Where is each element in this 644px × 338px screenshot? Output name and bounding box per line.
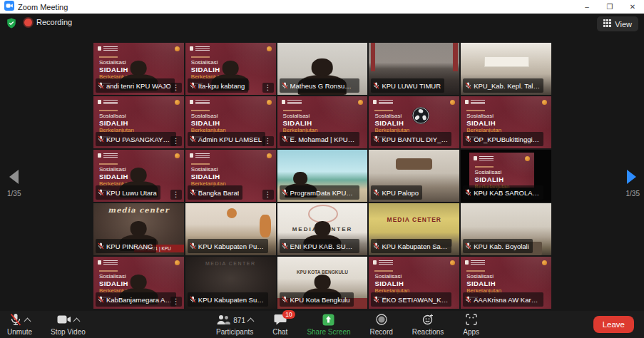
participant-name-tag: KPU Kota Bengkulu [280,292,354,307]
participant-tile[interactable]: Sosialisasi SIDALIH Berkelanjutan EKO SE… [369,257,459,309]
tile-menu-icon[interactable]: ⋮ [170,297,182,307]
participant-tile[interactable]: media center mber 2021 | KPU KPU PINRANG [93,203,184,255]
participants-button[interactable]: 871 Participants [216,311,253,338]
unmute-button[interactable]: Unmute [7,311,32,338]
sidalih-logo-right [175,46,180,51]
encryption-shield-icon[interactable] [6,18,16,31]
participant-name: KPU Kabupaten Sanggau [382,242,448,250]
muted-mic-icon [465,133,471,145]
tile-menu-icon[interactable]: ⋮ [262,136,274,146]
sidalih-line1: Sosialisasi [374,113,402,119]
participant-name: KPU_Kab. Kepl. Talaud [474,82,540,90]
zoom-app-icon [4,1,14,14]
stop-video-label: Stop Video [51,328,86,336]
participant-name: EKO SETIAWAN_KPU PACI... [382,296,448,304]
muted-mic-icon [98,293,104,306]
participant-name: KPU Kota Bengkulu [290,296,350,304]
recording-indicator[interactable]: Recording [24,18,72,26]
participant-name-tag: KPU PINRANG [96,239,156,253]
tile-menu-icon[interactable]: ⋮ [170,136,182,146]
participant-tile[interactable]: Sosialisasi SIDALIH Berkelanjutan Admin … [185,96,276,148]
participants-options-chevron[interactable] [247,318,255,325]
participant-tile[interactable]: Matheus G Ronsumbre K... [277,43,368,95]
tile-menu-icon[interactable]: ⋮ [262,190,274,200]
participant-tile[interactable]: Sosialisasi SIDALIH Berkelanjutan KPU PA… [93,96,184,148]
tile-menu-icon[interactable]: ⋮ [170,190,182,200]
tile-menu-icon[interactable]: ⋮ [262,83,274,93]
participant-tile[interactable]: Sosialisasi SIDALIH Berkelanjutan KPU Lu… [93,150,184,202]
tile-menu-icon[interactable]: ⋮ [170,83,182,93]
participant-name: KabBanjarnegara Adm [106,296,173,304]
participant-tile[interactable]: MEDIA CENTER KPU Kabupaten Sanggau [369,203,459,255]
minimize-button[interactable]: – [576,0,598,14]
participant-tile[interactable]: KPU KOTA BENGKULU KPU Kota Bengkulu [277,257,368,309]
unmute-options-chevron[interactable] [24,318,31,325]
participant-name: ProgramData KPULaman... [290,189,357,197]
sidalih-line1: Sosialisasi [283,113,310,119]
participant-tile[interactable]: MEDIA CENTER ENI KPU KAB. SUMBA BA... [277,203,368,255]
reactions-button[interactable]: Reactions [412,311,444,338]
video-grid: Sosialisasi SIDALIH Berkelanjutan andi t… [93,43,551,309]
participant-tile[interactable]: Sosialisasi SIDALIH Berkelanjutan KabBan… [93,257,184,309]
participant-tile[interactable]: KPU Kabupaten Pulang P... [185,203,276,255]
participant-tile[interactable]: Sosialisasi SIDALIH Berkelanjutan OP_KPU… [461,96,551,148]
participant-tile[interactable]: Sosialisasi SIDALIH Berkelanjutan E. Moh… [277,96,368,148]
next-page-arrow[interactable] [627,170,636,184]
apps-button[interactable]: Apps [463,311,479,338]
muted-mic-icon [373,133,379,145]
muted-mic-icon [373,240,379,252]
participant-tile[interactable]: Sosialisasi SIDALIH Berkelanjutan andi t… [93,43,184,95]
participant-name-tag: Ita-kpu kabtang [188,78,249,93]
sidalih-line2: SIDALIH [466,280,496,287]
participant-name-tag: KPU Luwu Utara [96,185,160,200]
participant-name: KPU Kabupaten Sumba T... [198,296,265,304]
share-screen-button[interactable]: Share Screen [307,311,350,338]
participant-name-tag: KPU Kabupaten Sumba T... [188,292,268,307]
sidalih-line2: SIDALIH [99,119,128,127]
view-button[interactable]: View [597,16,638,31]
participants-count: 871 [233,317,245,324]
participant-tile[interactable]: Sosialisasi SIDALIH Berkelanjutan KPU BA… [369,96,459,148]
participant-name-tag: KPU LUWU TIMUR [371,78,444,93]
muted-mic-icon [190,240,196,252]
muted-mic-icon [282,240,288,252]
participant-name-tag: KPU Kabupaten Sanggau [371,239,451,253]
sidalih-logo-right [267,100,272,105]
participant-tile[interactable]: Sosialisasi SIDALIH Berkelanjutan Bangka… [185,150,276,202]
muted-mic-icon [190,293,196,306]
participant-name-tag: KPU Kab. Boyolali [463,239,533,253]
leave-button[interactable]: Leave [593,316,634,333]
muted-mic-icon [465,79,471,92]
maximize-button[interactable]: ❐ [598,0,621,14]
close-button[interactable]: ✕ [621,0,644,14]
sidalih-eyebrow [466,110,485,111]
sidalih-line1: Sosialisasi [99,113,126,119]
participant-tile[interactable]: Sosialisasi SIDALIH Berkelanjutan AAAKri… [461,257,551,309]
sidalih-eyebrow [191,110,210,111]
participant-tile[interactable]: KPU Kab. Boyolali [461,203,551,255]
participant-tile[interactable]: Sosialisasi SIDALIH Berkelanjutan KPU KA… [461,150,551,202]
participant-tile[interactable]: Sosialisasi SIDALIH Berkelanjutan Ita-kp… [185,43,276,95]
sidalih-logo-left [465,100,485,104]
scene-text: MEDIA CENTER [369,216,459,223]
video-options-chevron[interactable] [73,318,80,325]
previous-page-arrow[interactable] [9,170,19,184]
sidalih-eyebrow [374,270,393,272]
record-button[interactable]: Record [370,311,393,338]
participant-tile[interactable]: KPU LUWU TIMUR [369,43,459,95]
participant-tile[interactable]: MEDIA CENTER KPU Kabupaten Sumba T... [185,257,276,309]
participant-name: ENI KPU KAB. SUMBA BA... [290,242,357,250]
page-indicator-right: 1/35 [626,190,640,198]
participant-tile[interactable]: ProgramData KPULaman... [277,150,368,202]
stop-video-button[interactable]: Stop Video [51,311,86,338]
scene-text: MEDIA CENTER [185,261,276,266]
sidalih-eyebrow [99,56,118,58]
chat-button[interactable]: 10 Chat [272,311,287,338]
sidalih-logo-left [190,153,210,158]
participants-icon [216,314,230,327]
participant-tile[interactable]: KPU_Kab. Kepl. Talaud [461,43,551,95]
participants-label: Participants [216,328,253,336]
participant-tile[interactable]: KPU Palopo [369,150,459,202]
sidalih-eyebrow [191,163,210,165]
sidalih-line2: SIDALIH [374,119,404,127]
